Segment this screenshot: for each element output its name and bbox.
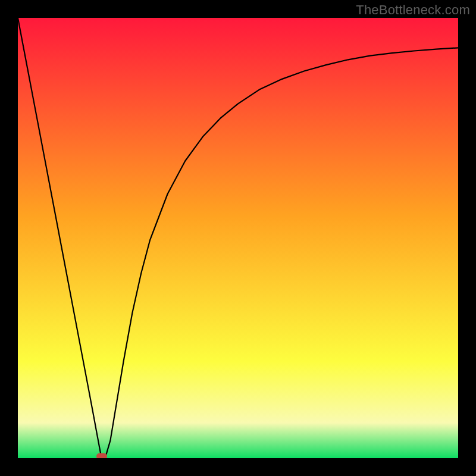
chart-svg [18, 18, 458, 458]
minimum-marker [96, 453, 107, 459]
watermark-text: TheBottleneck.com [356, 2, 470, 18]
gradient-background [18, 18, 458, 458]
chart-frame: TheBottleneck.com [0, 0, 476, 476]
plot-area [18, 18, 458, 458]
